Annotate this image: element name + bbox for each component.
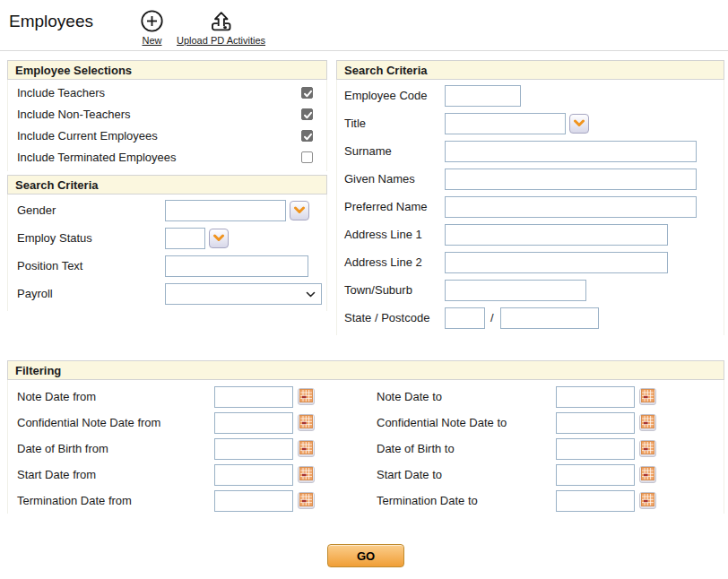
surname-input[interactable] bbox=[445, 141, 697, 162]
position-text-label: Position Text bbox=[17, 259, 165, 272]
title-row: Title bbox=[337, 109, 724, 137]
postcode-input[interactable] bbox=[500, 307, 599, 329]
termination-date-from-row: Termination Date from bbox=[8, 488, 366, 514]
termination-date-to-row: Termination Date to bbox=[366, 488, 724, 514]
given-names-label: Given Names bbox=[344, 172, 445, 186]
calendar-icon bbox=[299, 467, 313, 483]
include-current-employees-checkbox[interactable] bbox=[301, 130, 313, 142]
upload-pd-activities-button[interactable]: Upload PD Activities bbox=[177, 5, 265, 47]
employ-status-label: Employ Status bbox=[17, 231, 165, 245]
state-postcode-row: State / Postcode / bbox=[337, 304, 724, 332]
preferred-name-row: Preferred Name bbox=[337, 193, 724, 220]
gender-input[interactable] bbox=[165, 200, 286, 221]
confidential-note-date-to-input[interactable] bbox=[556, 412, 635, 434]
include-non-teachers-row: Include Non-Teachers bbox=[8, 103, 326, 125]
title-dropdown-button[interactable] bbox=[569, 114, 589, 134]
preferred-name-input[interactable] bbox=[445, 196, 697, 218]
start-date-to-label: Start Date to bbox=[377, 468, 556, 481]
include-teachers-label: Include Teachers bbox=[17, 86, 301, 99]
include-teachers-checkbox[interactable] bbox=[301, 87, 313, 99]
start-date-from-input[interactable] bbox=[214, 464, 293, 486]
include-current-employees-label: Include Current Employees bbox=[17, 129, 301, 143]
chevron-down-icon bbox=[212, 231, 225, 245]
gender-dropdown-button[interactable] bbox=[290, 201, 309, 220]
new-link-label[interactable]: New bbox=[142, 35, 161, 46]
search-criteria-right-header: Search Criteria bbox=[336, 60, 724, 80]
go-button[interactable]: GO bbox=[327, 544, 404, 567]
upload-tray-icon bbox=[177, 5, 265, 33]
upload-link-label[interactable]: Upload PD Activities bbox=[177, 35, 265, 46]
employee-selections-header: Employee Selections bbox=[7, 60, 327, 80]
address-line-2-label: Address Line 2 bbox=[344, 255, 445, 269]
gender-label: Gender bbox=[17, 203, 165, 217]
calendar-icon bbox=[299, 441, 313, 457]
date-of-birth-from-input[interactable] bbox=[214, 438, 293, 460]
start-date-from-label: Start Date from bbox=[17, 468, 214, 481]
address-line-1-label: Address Line 1 bbox=[344, 228, 445, 241]
given-names-row: Given Names bbox=[337, 165, 724, 193]
payroll-row: Payroll bbox=[8, 280, 326, 307]
note-date-from-input[interactable] bbox=[214, 386, 293, 408]
start-date-from-row: Start Date from bbox=[8, 462, 366, 488]
filtering-panel: Filtering Note Date from Confidential No… bbox=[7, 360, 724, 514]
calendar-icon bbox=[299, 389, 313, 405]
calendar-button[interactable] bbox=[298, 492, 315, 509]
title-label: Title bbox=[344, 117, 445, 130]
calendar-button[interactable] bbox=[298, 466, 315, 483]
employ-status-dropdown-button[interactable] bbox=[209, 229, 229, 248]
surname-row: Surname bbox=[337, 137, 724, 165]
title-input[interactable] bbox=[445, 113, 566, 134]
calendar-button[interactable] bbox=[298, 414, 315, 431]
new-button[interactable]: New bbox=[140, 5, 164, 47]
position-text-input[interactable] bbox=[165, 255, 308, 277]
include-terminated-employees-checkbox[interactable] bbox=[301, 151, 313, 163]
address-line-1-input[interactable] bbox=[445, 224, 668, 246]
state-input[interactable] bbox=[445, 307, 485, 329]
calendar-button[interactable] bbox=[639, 414, 656, 431]
termination-date-from-input[interactable] bbox=[214, 490, 293, 512]
include-terminated-employees-row: Include Terminated Employees bbox=[8, 146, 326, 168]
calendar-button[interactable] bbox=[298, 388, 315, 405]
employee-selections-panel: Employee Selections Include Teachers Inc… bbox=[7, 60, 327, 171]
calendar-icon bbox=[641, 493, 654, 509]
calendar-button[interactable] bbox=[639, 492, 656, 509]
start-date-to-input[interactable] bbox=[556, 464, 635, 486]
employ-status-input[interactable] bbox=[165, 228, 205, 249]
start-date-to-row: Start Date to bbox=[366, 462, 724, 488]
payroll-select[interactable] bbox=[165, 283, 322, 305]
confidential-note-date-to-row: Confidential Note Date to bbox=[366, 410, 724, 436]
town-suburb-label: Town/Suburb bbox=[344, 283, 445, 297]
calendar-button[interactable] bbox=[639, 388, 656, 405]
note-date-to-input[interactable] bbox=[556, 386, 635, 408]
date-of-birth-from-row: Date of Birth from bbox=[8, 436, 366, 462]
circle-plus-icon bbox=[140, 5, 164, 33]
given-names-input[interactable] bbox=[445, 169, 697, 190]
calendar-icon bbox=[641, 389, 654, 405]
position-text-row: Position Text bbox=[8, 252, 326, 280]
surname-label: Surname bbox=[344, 144, 445, 158]
calendar-button[interactable] bbox=[639, 466, 656, 483]
termination-date-from-label: Termination Date from bbox=[17, 494, 214, 507]
termination-date-to-label: Termination Date to bbox=[377, 494, 556, 507]
address-line-2-input[interactable] bbox=[445, 252, 668, 273]
note-date-from-row: Note Date from bbox=[8, 384, 366, 410]
confidential-note-date-from-input[interactable] bbox=[214, 412, 293, 434]
gender-row: Gender bbox=[8, 196, 326, 224]
note-date-to-row: Note Date to bbox=[366, 384, 724, 410]
payroll-label: Payroll bbox=[17, 287, 165, 300]
calendar-icon bbox=[641, 467, 654, 483]
filtering-header: Filtering bbox=[7, 360, 724, 380]
calendar-button[interactable] bbox=[298, 440, 315, 457]
termination-date-to-input[interactable] bbox=[556, 490, 635, 512]
page-title: Employees bbox=[9, 5, 140, 31]
preferred-name-label: Preferred Name bbox=[344, 200, 445, 213]
chevron-down-icon bbox=[293, 203, 306, 217]
calendar-icon bbox=[641, 441, 654, 457]
include-current-employees-row: Include Current Employees bbox=[8, 125, 326, 146]
date-of-birth-to-input[interactable] bbox=[556, 438, 635, 460]
include-non-teachers-checkbox[interactable] bbox=[301, 108, 313, 120]
calendar-button[interactable] bbox=[639, 440, 656, 457]
employee-code-input[interactable] bbox=[445, 85, 521, 107]
calendar-icon bbox=[641, 415, 654, 431]
town-suburb-input[interactable] bbox=[445, 280, 586, 301]
